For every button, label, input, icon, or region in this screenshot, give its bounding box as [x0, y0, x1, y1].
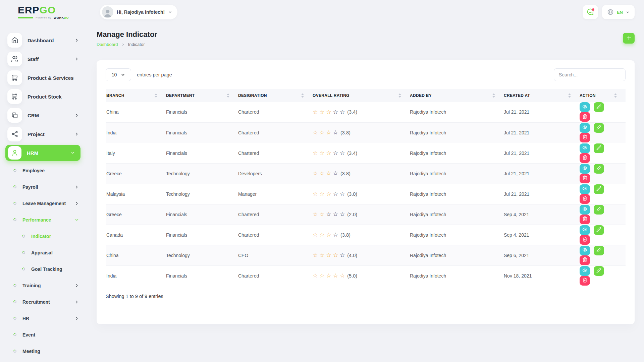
view-button[interactable] [580, 102, 590, 112]
action-cell [580, 102, 626, 122]
trash-icon [582, 134, 587, 140]
entries-per-page-label: entries per page [137, 72, 172, 77]
table-body: ChinaFinancialsChartered☆☆☆☆☆(3.4)Rajodi… [106, 102, 626, 286]
sidebar-item-leave-management[interactable]: Leave Management [7, 195, 87, 212]
column-header-action[interactable]: Action [580, 89, 626, 102]
powered-by-label: Powered By [36, 16, 51, 19]
star-icon: ☆ [319, 130, 324, 135]
star-icon: ☆ [319, 191, 324, 197]
table-footer-summary: Showing 1 to 9 of 9 entries [106, 286, 626, 299]
sidebar-item-crm[interactable]: CRM [7, 106, 87, 125]
sidebar-item-product-services[interactable]: Product & Services [7, 68, 87, 87]
delete-button[interactable] [580, 215, 590, 224]
messages-button[interactable] [583, 5, 598, 19]
view-button[interactable] [580, 123, 590, 133]
sidebar-item-appraisal[interactable]: Appraisal [7, 244, 87, 261]
delete-button[interactable] [580, 174, 590, 183]
added-by-cell: Rajodiya Infotech [410, 204, 504, 225]
search-input[interactable] [554, 68, 626, 81]
trash-icon [582, 237, 587, 243]
action-cell [580, 245, 626, 265]
sidebar-item-recruitment[interactable]: Recruitment [7, 294, 87, 310]
branch-cell: Canada [106, 225, 166, 245]
edit-button[interactable] [594, 266, 604, 276]
sidebar-item-project[interactable]: Project [7, 125, 87, 143]
column-header-department[interactable]: Department [166, 89, 238, 102]
star-icon: ☆ [326, 130, 331, 135]
table-header-row: BranchDepartmentDesignationOverall Ratin… [106, 89, 626, 102]
created-at-cell: Jul 21, 2021 [504, 184, 580, 204]
delete-button[interactable] [580, 235, 590, 245]
branch-cell: China [106, 245, 166, 265]
view-button[interactable] [580, 225, 590, 235]
bullet-icon [21, 250, 26, 255]
edit-button[interactable] [594, 225, 604, 235]
delete-button[interactable] [580, 112, 590, 122]
sidebar-item-hr[interactable]: HR [7, 310, 87, 326]
view-button[interactable] [580, 184, 590, 194]
edit-button[interactable] [594, 246, 604, 255]
column-header-overall-rating[interactable]: Overall Rating [313, 89, 410, 102]
view-button[interactable] [580, 205, 590, 215]
star-icon: ☆ [326, 171, 331, 176]
breadcrumb-dashboard-link[interactable]: Dashboard [97, 42, 118, 47]
view-button[interactable] [580, 164, 590, 174]
sidebar-item-product-stock[interactable]: Product Stock [7, 87, 87, 106]
department-cell: Financials [166, 225, 238, 245]
star-icon: ☆ [326, 212, 331, 217]
entries-per-page-select[interactable]: 10 [106, 68, 131, 81]
add-indicator-button[interactable] [623, 33, 635, 44]
sidebar-item-employee[interactable]: Employee [7, 162, 87, 179]
table-row: ChinaTechnologyCEO☆☆☆☆☆(4.0)Rajodiya Inf… [106, 245, 626, 265]
edit-button[interactable] [594, 164, 604, 174]
delete-button[interactable] [580, 255, 590, 265]
sidebar-item-meeting[interactable]: Meeting [7, 343, 87, 359]
branch-cell: Greece [106, 204, 166, 225]
sidebar-item-event[interactable]: Event [7, 326, 87, 343]
delete-button[interactable] [580, 194, 590, 204]
trash-icon [582, 175, 587, 181]
delete-button[interactable] [580, 133, 590, 142]
workdo-label: WORKDO [54, 16, 69, 19]
column-header-added-by[interactable]: Added By [410, 89, 504, 102]
edit-button[interactable] [594, 123, 604, 133]
view-button[interactable] [580, 246, 590, 255]
added-by-cell: Rajodiya Infotech [410, 245, 504, 265]
added-by-cell: Rajodiya Infotech [410, 225, 504, 245]
sidebar-item-performance[interactable]: Performance [7, 212, 87, 228]
edit-button[interactable] [594, 143, 604, 153]
trash-icon [582, 114, 587, 120]
designation-cell: Developers [238, 163, 313, 184]
language-selector[interactable]: EN [602, 5, 635, 19]
page-title: Manage Indicator [97, 30, 157, 39]
column-header-designation[interactable]: Designation [238, 89, 313, 102]
column-header-created-at[interactable]: Created At [504, 89, 580, 102]
sidebar-item-staff[interactable]: Staff [7, 50, 87, 68]
added-by-cell: Rajodiya Infotech [410, 184, 504, 204]
trash-icon [582, 278, 587, 284]
logo-text: ERPGO [18, 5, 69, 15]
edit-button[interactable] [594, 102, 604, 112]
delete-button[interactable] [580, 276, 590, 286]
sidebar-item-indicator[interactable]: Indicator [7, 228, 87, 244]
delete-button[interactable] [580, 153, 590, 163]
eye-icon [582, 227, 587, 233]
star-icon: ☆ [340, 212, 345, 217]
pencil-icon [596, 125, 601, 131]
column-header-branch[interactable]: Branch [106, 89, 166, 102]
edit-button[interactable] [594, 184, 604, 194]
sidebar-item-dashboard[interactable]: Dashboard [7, 31, 87, 50]
sidebar-item-goal-tracking[interactable]: Goal Tracking [7, 261, 87, 277]
pencil-icon [596, 268, 601, 274]
sidebar-item-payroll[interactable]: Payroll [7, 179, 87, 195]
designation-cell: Chartered [238, 143, 313, 163]
sidebar-item-hrm[interactable]: HRM [5, 145, 80, 161]
user-menu[interactable]: Hi, Rajodiya Infotech! [100, 5, 177, 19]
view-button[interactable] [580, 266, 590, 276]
users-icon [7, 52, 22, 66]
pencil-icon [596, 227, 601, 233]
edit-button[interactable] [594, 205, 604, 215]
bullet-icon [13, 185, 17, 189]
view-button[interactable] [580, 143, 590, 153]
sidebar-item-training[interactable]: Training [7, 277, 87, 294]
